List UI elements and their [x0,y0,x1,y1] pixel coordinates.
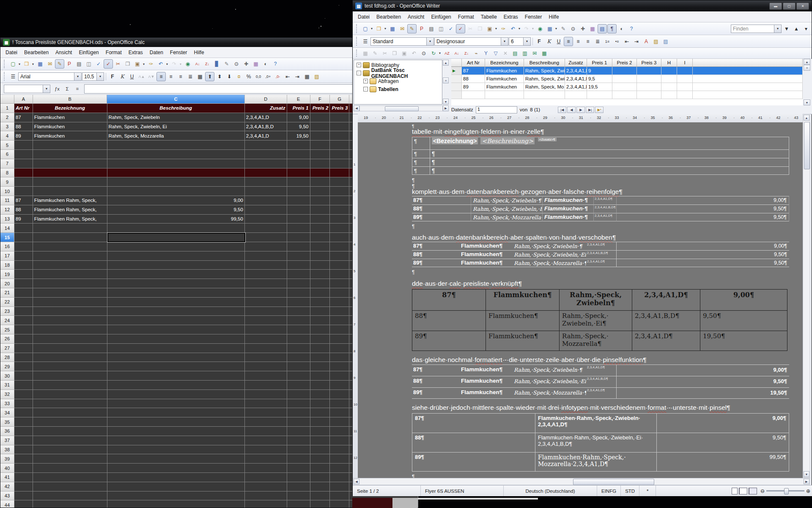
calc-cell-E40[interactable] [287,464,310,473]
toolbar-overflow-icon[interactable]: ▾ [801,24,811,33]
ds-cell[interactable] [637,75,661,83]
calc-cell-F23[interactable] [310,307,330,316]
calc-cell-A10[interactable] [14,187,33,196]
copy-icon[interactable]: ❐ [123,59,132,69]
status-page[interactable]: Seite 1 / 2 [353,486,421,496]
calc-cell-G36[interactable] [330,427,349,436]
calc-cell-C43[interactable] [107,491,245,501]
data-to-fields-icon[interactable]: ▥ [520,49,529,58]
edit-mode-icon[interactable]: ✎ [407,24,417,33]
calc-cell-C12[interactable]: 9,50 [107,205,245,215]
indent-less-icon[interactable]: ⇤ [622,37,631,46]
calc-cell-B40[interactable] [33,464,107,473]
ds-cell[interactable]: Flammkuchen [485,67,524,75]
calc-cell-B39[interactable] [33,454,107,464]
tree-expand-icon[interactable]: - [363,87,368,91]
calc-cell-E31[interactable] [287,381,310,390]
ds-cell[interactable] [637,91,661,99]
redo-dropdown-icon[interactable]: ▾ [178,59,183,69]
ds-cell[interactable] [565,91,587,99]
tree-splitter-icon[interactable]: ≡ [443,77,449,83]
navigator-icon[interactable]: ✚ [578,24,587,33]
calc-cell-C3[interactable]: Rahm, Speck, Zwiebeln, Ei [107,122,245,132]
calc-cell-C24[interactable] [107,316,245,325]
row-header-5[interactable]: 5 [0,141,14,150]
calc-cell-A23[interactable] [14,307,33,316]
calc-cell-G15[interactable] [330,233,349,242]
calc-cell-A35[interactable] [14,417,33,427]
calc-cell-A28[interactable] [14,353,33,362]
zoom-in-icon[interactable]: ⊕ [806,488,810,494]
calc-cell-F16[interactable] [310,242,330,251]
calc-cell-C21[interactable] [107,288,245,298]
calc-cell-E11[interactable] [287,196,310,205]
redo-icon[interactable]: ↷ [170,59,179,69]
calc-cell-A14[interactable] [14,224,33,233]
calc-cell-C31[interactable] [107,381,245,390]
calc-cell-B17[interactable] [33,251,107,261]
calc-cell-F13[interactable] [310,215,330,224]
calc-cell-E37[interactable] [287,436,310,445]
calc-cell-F18[interactable] [310,261,330,270]
edit-data-icon[interactable]: ✎ [370,49,380,58]
open-icon[interactable]: ❒ [374,24,384,33]
calc-cell-G39[interactable] [330,454,349,464]
multi-page-view-icon[interactable] [739,488,747,494]
row-header-40[interactable]: 40 [0,464,14,473]
calc-cell-F39[interactable] [310,454,330,464]
minimize-button[interactable]: ▬ [769,3,782,10]
calc-cell-B22[interactable] [33,298,107,307]
calc-cell-D8[interactable] [245,168,287,178]
row-header-2[interactable]: 2 [0,113,14,122]
sort-ascending-icon[interactable]: A↓ [193,59,202,69]
paste-icon[interactable]: ▣ [485,24,494,33]
row-header-41[interactable]: 41 [0,473,14,482]
add-decimal-icon[interactable]: ,0+ [263,72,273,81]
hyperlink-icon[interactable]: ◉ [183,59,192,69]
background-color-icon[interactable]: ▨ [661,37,670,46]
currency-icon[interactable]: ¤ [234,72,244,81]
close-button[interactable]: ✕ [796,3,809,10]
copy-icon[interactable]: ❐ [390,49,399,58]
calc-cell-E6[interactable] [287,150,310,159]
calc-cell-E29[interactable] [287,362,310,371]
table-dropdown-icon[interactable]: ▾ [554,24,558,33]
ds-column-beschreibung[interactable]: Beschreibung [524,59,565,67]
calc-menu-format[interactable]: Format [102,48,125,57]
ds-row-selector[interactable]: ▶ [451,67,462,75]
calc-cell-D37[interactable] [245,436,287,445]
paragraph-style-combo[interactable]: Standard▾ [370,37,434,46]
calc-menu-fenster[interactable]: Fenster [167,48,191,57]
calc-cell-F31[interactable] [310,381,330,390]
calc-menu-bearbeiten[interactable]: Bearbeiten [21,48,52,57]
align-right-icon[interactable]: ≡ [583,37,593,46]
calc-cell-E33[interactable] [287,399,310,409]
row-header-23[interactable]: 23 [0,307,14,316]
column-header-C[interactable]: C [107,95,244,104]
row-header-44[interactable]: 44 [0,500,14,508]
calc-cell-D7[interactable] [245,159,287,168]
column-header-B[interactable]: B [33,95,107,104]
ds-column-preis-3[interactable]: Preis 3 [637,59,661,67]
calc-cell-C13[interactable]: 99,50 [107,215,245,224]
calc-cell-C26[interactable] [107,334,245,344]
autospellcheck-icon[interactable]: ✓ [104,59,113,69]
calc-cell-G3[interactable] [330,122,349,132]
indent-less-icon[interactable]: ⇤ [283,72,292,81]
indent-more-icon[interactable]: ⇥ [293,72,302,81]
calc-cell-E28[interactable] [287,353,310,362]
calc-cell-E14[interactable] [287,224,310,233]
sort-descending-icon[interactable]: Z↓ [462,49,471,58]
name-box-dropdown-icon[interactable]: ▾ [43,85,50,93]
calc-cell-B35[interactable] [33,417,107,427]
calc-cell-A19[interactable] [14,270,33,279]
ds-cell[interactable]: 89 [462,83,485,91]
ds-header-filler[interactable] [693,59,803,67]
calc-cell-A4[interactable]: 89 [14,131,33,141]
ds-cell[interactable]: Flammkuchen [485,75,524,83]
calc-cell-C44[interactable] [107,500,245,508]
calc-cell-D24[interactable] [245,316,287,325]
calc-cell-G37[interactable] [330,436,349,445]
horizontal-ruler[interactable]: 19·20·21·22·23·24·25·26·27·28·29·30·31·3… [358,114,803,123]
ds-cell[interactable] [612,83,637,91]
